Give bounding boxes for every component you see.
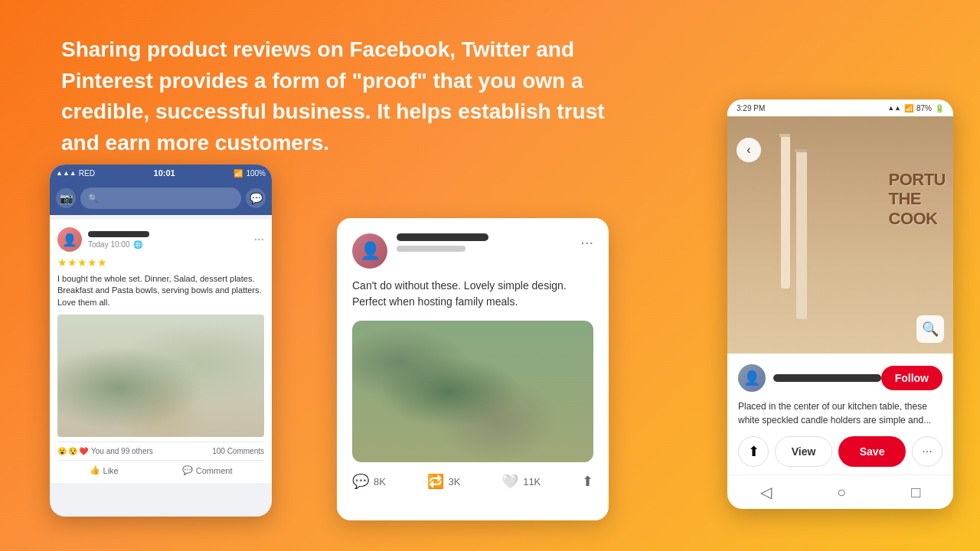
candles-svg (769, 128, 831, 342)
pin-lens-button[interactable]: 🔍 (916, 315, 944, 343)
pinterest-phone: 3:29 PM ▲▲ 📶 87% 🔋 PORTUTHECOOK ‹ (727, 99, 953, 509)
pin-more-button[interactable]: ··· (912, 436, 942, 467)
tw-image-content (352, 321, 593, 462)
fb-user-avatar: 👤 (57, 227, 82, 252)
pin-wifi-icon: 📶 (904, 104, 913, 112)
tw-share-button[interactable]: ⬆ (582, 473, 593, 490)
svg-rect-0 (781, 135, 790, 289)
fb-username-bar (88, 231, 149, 237)
pin-save-button[interactable]: Save (838, 436, 906, 467)
tw-action-bar: 💬 8K 🔁 3K 🤍 11K ⬆ (352, 473, 593, 490)
heart-emoji: ❤️ (79, 447, 88, 455)
tw-handle-bar (397, 246, 466, 252)
tw-like-stat[interactable]: 🤍 11K (501, 473, 541, 490)
fb-reaction-icons: 😮 😯 ❤️ (57, 447, 88, 455)
carrier-label: RED (79, 169, 95, 178)
pin-signal-icon: ▲▲ (887, 104, 901, 112)
wifi-icon: 📶 (234, 169, 243, 178)
back-nav-icon[interactable]: ◁ (760, 483, 772, 501)
fb-action-buttons: 👍 Like 💬 Comment (57, 461, 264, 475)
retweet-icon: 🔁 (427, 473, 444, 490)
recents-nav-icon[interactable]: □ (911, 484, 920, 501)
twitter-card: 👤 ··· Can't do without these. Lovely sim… (337, 218, 609, 520)
share-icon: ⬆ (582, 473, 593, 490)
fb-post: 👤 Today 10:00 🌐 ··· ★★★★★ I bought the w… (50, 220, 272, 483)
speech-bubble-icon: 💬 (352, 473, 369, 490)
tw-retweet-count: 3K (449, 476, 461, 487)
home-nav-icon[interactable]: ○ (837, 484, 846, 501)
fb-more-options[interactable]: ··· (254, 233, 264, 246)
camera-icon[interactable]: 📷 (56, 188, 76, 208)
tw-more-options[interactable]: ··· (580, 233, 593, 251)
fb-time: 10:01 (154, 168, 175, 178)
svg-rect-1 (796, 151, 807, 319)
fb-reactions-bar: 😮 😯 ❤️ You and 99 others 100 Comments (57, 442, 264, 461)
fb-reaction-count: You and 99 others (91, 447, 153, 455)
search-icon: 🔍 (88, 194, 99, 204)
tw-username-bar (397, 233, 488, 241)
tw-post-image (352, 321, 593, 462)
battery-label: 100% (246, 169, 266, 178)
fb-image-content (57, 315, 264, 437)
tw-header: 👤 ··· (352, 233, 593, 269)
fb-like-button[interactable]: 👍 Like (90, 465, 119, 475)
fb-nav-bar: 📷 🔍 💬 (50, 181, 272, 215)
pin-profile-row: 👤 Follow (738, 364, 942, 392)
pin-battery: 87% (916, 104, 932, 112)
pin-bottom-nav: ◁ ○ □ (727, 474, 953, 509)
facebook-phone: ▲▲▲ RED 10:01 📶 100% 📷 🔍 💬 👤 Today 10:00… (50, 165, 272, 517)
wow-emoji: 😮 (57, 447, 67, 455)
main-heading: Sharing product reviews on Facebook, Twi… (61, 34, 635, 158)
globe-icon: 🌐 (133, 240, 142, 249)
lens-icon: 🔍 (922, 321, 939, 337)
ellipsis-icon: ··· (922, 445, 932, 458)
pin-content-area: 👤 Follow Placed in the center of our kit… (727, 354, 953, 474)
fb-search-bar[interactable]: 🔍 (80, 187, 241, 209)
pin-time: 3:29 PM (737, 104, 765, 112)
fb-post-header: 👤 Today 10:00 🌐 ··· (57, 227, 264, 252)
tw-like-count: 11K (523, 476, 541, 487)
fb-status-bar: ▲▲▲ RED 10:01 📶 100% (50, 165, 272, 181)
tw-user-meta (397, 233, 580, 252)
fb-comment-button[interactable]: 💬 Comment (182, 465, 233, 475)
pin-book-title: PORTUTHECOOK (889, 170, 946, 228)
pin-follow-button[interactable]: Follow (881, 366, 942, 390)
svg-rect-3 (795, 149, 807, 152)
heart-icon: 🤍 (501, 473, 518, 490)
chevron-left-icon: ‹ (746, 143, 750, 157)
tw-tweet-text: Can't do without these. Lovely simple de… (352, 278, 593, 310)
pin-user-avatar: 👤 (738, 364, 766, 392)
pin-username-bar (773, 374, 881, 382)
signal-icon: ▲▲▲ (56, 169, 77, 177)
like-icon: 👍 (90, 465, 100, 475)
pin-share-button[interactable]: ⬆ (738, 436, 769, 467)
pin-back-button[interactable]: ‹ (737, 138, 761, 162)
pin-view-button[interactable]: View (775, 436, 832, 467)
comment-icon: 💬 (182, 465, 193, 475)
svg-rect-2 (779, 134, 790, 137)
hushed-emoji: 😯 (68, 447, 77, 455)
pin-action-buttons: ⬆ View Save ··· (738, 436, 942, 467)
tw-comment-count: 8K (374, 476, 386, 487)
pin-battery-icon: 🔋 (935, 104, 944, 112)
fb-comment-count: 100 Comments (212, 447, 264, 455)
tw-comment-stat[interactable]: 💬 8K (352, 473, 386, 490)
pin-post-image: PORTUTHECOOK ‹ 🔍 (727, 116, 953, 354)
share-icon: ⬆ (748, 443, 760, 460)
fb-post-meta: Today 10:00 🌐 (88, 231, 254, 249)
fb-timestamp: Today 10:00 🌐 (88, 240, 254, 249)
tw-retweet-stat[interactable]: 🔁 3K (427, 473, 461, 490)
fb-post-image (57, 315, 264, 437)
tw-user-avatar: 👤 (352, 233, 387, 269)
fb-star-rating: ★★★★★ (57, 256, 264, 269)
pin-description-text: Placed in the center of our kitchen tabl… (738, 399, 942, 427)
pin-status-bar: 3:29 PM ▲▲ 📶 87% 🔋 (727, 99, 953, 116)
messenger-icon[interactable]: 💬 (246, 188, 266, 208)
fb-review-text: I bought the whole set. Dinner, Salad, d… (57, 273, 264, 308)
